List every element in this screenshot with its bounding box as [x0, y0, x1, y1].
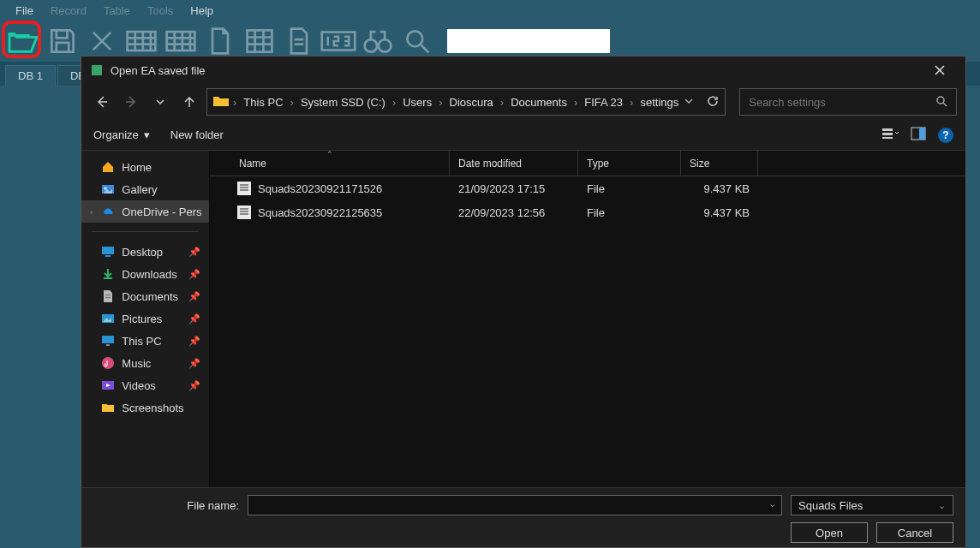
sidebar-item-label: Music: [122, 357, 151, 370]
organize-bar: Organize ▾ New folder ?: [81, 120, 965, 151]
page2-icon[interactable]: [281, 23, 317, 59]
forward-button[interactable]: [119, 90, 143, 114]
sidebar-item-documents[interactable]: ›Documents📌: [81, 285, 209, 307]
binoculars-icon[interactable]: [360, 23, 396, 59]
address-bar[interactable]: › This PC› System SSD (C:)› Users› Diosc…: [206, 88, 726, 116]
close-button[interactable]: [923, 57, 957, 84]
sidebar-item-label: Pictures: [122, 313, 162, 325]
recent-dropdown[interactable]: [148, 90, 172, 114]
menu-help[interactable]: Help: [182, 4, 222, 17]
svg-rect-21: [102, 336, 114, 343]
file-name-label: File name:: [93, 499, 239, 512]
svg-point-15: [105, 188, 107, 190]
file-name-input[interactable]: ⌄: [248, 495, 782, 515]
sidebar-item-thispc[interactable]: ›This PC📌: [81, 330, 209, 352]
file-list: Squads20230921171526 21/09/2023 17:15 Fi…: [210, 176, 965, 487]
file-size: 9.437 KB: [681, 206, 758, 219]
grid-icon[interactable]: [242, 23, 278, 59]
dialog-titlebar: Open EA saved file: [81, 57, 965, 84]
new-folder-button[interactable]: New folder: [170, 128, 224, 141]
view-options-icon[interactable]: [881, 127, 899, 143]
screenshots-icon: [101, 401, 115, 414]
onedrive-icon: [101, 205, 115, 218]
search-input[interactable]: [749, 96, 935, 109]
toolbar-search-input[interactable]: [447, 29, 610, 53]
file-date: 21/09/2023 17:15: [450, 182, 578, 195]
svg-rect-7: [92, 65, 102, 75]
crumb-1[interactable]: System SSD (C:): [297, 96, 389, 109]
gallery-icon: [101, 182, 115, 196]
pin-icon: 📌: [188, 380, 200, 391]
digits-icon[interactable]: [320, 23, 356, 59]
sidebar-item-onedrive[interactable]: ›OneDrive - Pers: [81, 200, 209, 223]
page-icon[interactable]: [202, 23, 238, 59]
crumb-4[interactable]: Documents: [507, 96, 571, 109]
thispc-icon: [101, 334, 115, 348]
db-icon-2[interactable]: [163, 23, 199, 59]
svg-point-6: [407, 31, 422, 46]
tab-db1[interactable]: DB 1: [5, 65, 56, 86]
sidebar-item-label: Desktop: [122, 246, 163, 259]
close-x-icon[interactable]: [84, 23, 120, 59]
menu-table: Table: [95, 4, 139, 17]
sidebar-item-desktop[interactable]: ›Desktop📌: [81, 241, 209, 263]
sidebar-item-home[interactable]: ›Home: [81, 156, 209, 178]
address-dropdown-icon[interactable]: [684, 96, 694, 109]
menu-record: Record: [42, 4, 95, 17]
svg-rect-9: [882, 128, 893, 131]
sidebar-item-music[interactable]: ›Music📌: [81, 352, 209, 374]
file-type: File: [578, 182, 681, 195]
sidebar-item-label: Home: [122, 161, 152, 174]
menu-tools: Tools: [139, 4, 182, 17]
pin-icon: 📌: [188, 247, 200, 258]
organize-dropdown[interactable]: Organize ▾: [93, 128, 150, 141]
file-type: File: [578, 206, 681, 219]
videos-icon: [101, 378, 115, 392]
preview-pane-icon[interactable]: [911, 127, 926, 143]
sidebar-item-label: Gallery: [122, 183, 157, 196]
col-type[interactable]: Type: [578, 151, 681, 176]
col-name[interactable]: ⌃ Name: [210, 151, 450, 176]
col-size[interactable]: Size: [681, 151, 758, 176]
save-icon[interactable]: [45, 23, 81, 59]
col-date[interactable]: Date modified: [450, 151, 578, 176]
svg-rect-11: [882, 137, 893, 139]
db-icon-1[interactable]: [123, 23, 159, 59]
app-menubar: File Record Table Tools Help: [0, 0, 980, 21]
cancel-button[interactable]: Cancel: [876, 522, 953, 543]
file-size: 9.437 KB: [681, 182, 758, 195]
pin-icon: 📌: [188, 358, 200, 369]
menu-file[interactable]: File: [7, 4, 42, 17]
file-row[interactable]: Squads20230921171526 21/09/2023 17:15 Fi…: [210, 176, 965, 200]
sidebar-item-downloads[interactable]: ›Downloads📌: [81, 263, 209, 285]
crumb-3[interactable]: Dioscura: [446, 96, 497, 109]
crumb-2[interactable]: Users: [399, 96, 435, 109]
sidebar-item-pictures[interactable]: ›Pictures📌: [81, 307, 209, 330]
open-button[interactable]: Open: [791, 522, 868, 543]
pin-icon: 📌: [188, 269, 200, 280]
downloads-icon: [101, 267, 115, 281]
pin-icon: 📌: [188, 291, 200, 302]
crumb-6[interactable]: settings: [636, 96, 682, 109]
back-button[interactable]: [90, 90, 114, 114]
sidebar-item-screenshots[interactable]: ›Screenshots: [81, 396, 209, 419]
svg-point-8: [937, 97, 944, 104]
open-folder-icon[interactable]: [5, 23, 41, 59]
crumb-5[interactable]: FIFA 23: [581, 96, 626, 109]
desktop-icon: [101, 245, 115, 259]
up-button[interactable]: [177, 90, 201, 114]
svg-rect-17: [105, 255, 111, 257]
column-headers: ⌃ Name Date modified Type Size: [210, 151, 965, 176]
search-box[interactable]: [739, 88, 957, 116]
sidebar-item-label: OneDrive - Pers: [122, 206, 201, 218]
svg-rect-13: [919, 128, 925, 140]
magnifier-icon[interactable]: [399, 23, 435, 59]
refresh-icon[interactable]: [706, 94, 720, 110]
help-icon[interactable]: ?: [938, 128, 953, 143]
search-icon: [935, 95, 947, 110]
file-type-select[interactable]: Squads Files⌄: [791, 495, 953, 515]
crumb-0[interactable]: This PC: [240, 96, 286, 109]
sidebar-item-videos[interactable]: ›Videos📌: [81, 374, 209, 396]
file-row[interactable]: Squads20230922125635 22/09/2023 12:56 Fi…: [210, 200, 965, 224]
sidebar-item-gallery[interactable]: ›Gallery: [81, 178, 209, 200]
